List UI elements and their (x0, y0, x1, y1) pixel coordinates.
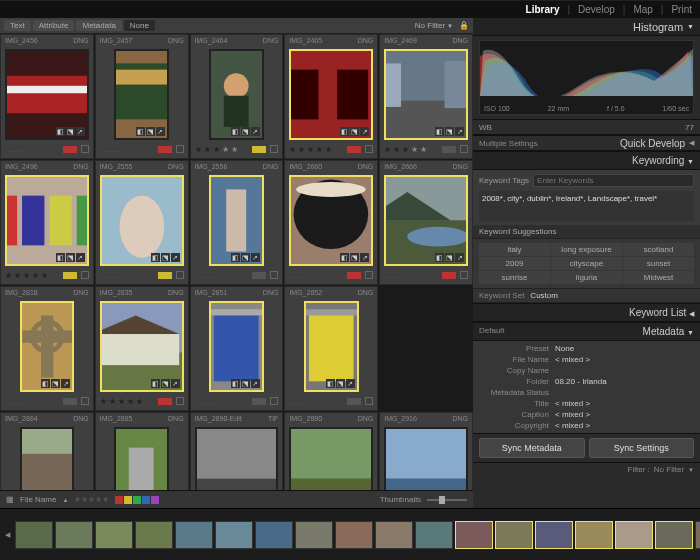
filmstrip-thumb[interactable] (615, 521, 653, 549)
flag-icon[interactable] (176, 397, 184, 405)
keyword-suggestion[interactable]: 2009 (479, 257, 550, 270)
chevron-down-icon[interactable]: ▼ (447, 23, 453, 29)
flag-icon[interactable] (270, 397, 278, 405)
color-label[interactable] (442, 272, 456, 279)
color-label[interactable] (63, 272, 77, 279)
preset-dropdown[interactable]: None (555, 344, 694, 353)
color-label[interactable] (158, 398, 172, 405)
thumbnail[interactable]: ◧⬔↗ (114, 427, 168, 490)
metadata-value[interactable]: < mixed > (555, 355, 694, 364)
metadata-value[interactable]: < mixed > (555, 410, 694, 419)
module-print[interactable]: Print (671, 4, 692, 15)
thumbnail[interactable]: ◧⬔↗ (304, 301, 358, 392)
keyword-suggestion[interactable]: sunset (623, 257, 694, 270)
view-mode-dropdown[interactable]: Thumbnails (380, 495, 421, 504)
thumbnail[interactable]: ◧⬔↗ (5, 49, 89, 140)
thumbnail[interactable]: ◧⬔↗ (100, 175, 184, 266)
filmstrip-nav-icon[interactable]: ◀ (2, 531, 13, 539)
keyword-suggestion[interactable]: sunrise (479, 271, 550, 284)
keyword-suggestion[interactable]: scotland (623, 243, 694, 256)
histogram-header[interactable]: Histogram▼ (473, 18, 700, 36)
lock-icon[interactable]: 🔒 (459, 21, 469, 30)
thumbnail[interactable]: ◧⬔↗ (209, 175, 263, 266)
thumbnail[interactable]: ◧⬔↗ (289, 175, 373, 266)
metadata-header[interactable]: DefaultMetadata ▼ (473, 322, 700, 341)
color-label[interactable] (347, 146, 361, 153)
flag-icon[interactable] (81, 397, 89, 405)
module-library[interactable]: Library (526, 4, 560, 15)
flag-icon[interactable] (176, 271, 184, 279)
color-label[interactable] (252, 146, 266, 153)
filmstrip-thumb[interactable] (15, 521, 53, 549)
quick-develop-header[interactable]: Multiple SettingsQuick Develop◀ (473, 135, 700, 151)
color-label[interactable] (442, 146, 456, 153)
filmstrip-thumb[interactable] (55, 521, 93, 549)
metadata-value[interactable] (555, 388, 694, 397)
filmstrip-thumb[interactable] (495, 521, 533, 549)
thumbnail[interactable]: ◧⬔↗ (20, 301, 74, 392)
module-develop[interactable]: Develop (578, 4, 615, 15)
sort-label[interactable]: File Name (20, 495, 56, 504)
grid-cell[interactable]: IMG_2835DNG ◧⬔↗ ★★★★★ (95, 286, 189, 411)
flag-icon[interactable] (365, 397, 373, 405)
filmstrip-thumb[interactable] (135, 521, 173, 549)
filmstrip-thumb[interactable] (415, 521, 453, 549)
flag-icon[interactable] (81, 145, 89, 153)
color-label[interactable] (63, 398, 77, 405)
sync-metadata-button[interactable]: Sync Metadata (479, 438, 585, 458)
grid-cell[interactable]: IMG_2851DNG ◧⬔↗ . . . . . (190, 286, 284, 411)
keyword-suggestion[interactable]: Midwest (623, 271, 694, 284)
keyword-input[interactable] (533, 174, 694, 187)
grid-cell[interactable]: IMG_2666DNG ◧⬔↗ . . . . . (379, 160, 473, 285)
thumbnail[interactable]: ◧⬔↗ (289, 427, 373, 490)
filmstrip-filter[interactable]: Filter :No Filter▼ (473, 462, 700, 476)
flag-icon[interactable] (460, 145, 468, 153)
keyword-suggestion[interactable]: cityscape (551, 257, 622, 270)
filter-none[interactable]: None (124, 20, 155, 31)
metadata-value[interactable]: < mixed > (555, 421, 694, 430)
filmstrip-thumb[interactable] (695, 521, 700, 549)
thumbnail[interactable]: ◧⬔↗ (20, 427, 74, 490)
metadata-value[interactable]: 08.20 - Irlanda (555, 377, 694, 386)
color-label[interactable] (252, 272, 266, 279)
grid-cell[interactable]: IMG_2464DNG ◧⬔↗ ★★★★★ (190, 34, 284, 159)
keyword-suggestion[interactable]: liguria (551, 271, 622, 284)
metadata-value[interactable] (555, 366, 694, 375)
thumbnail[interactable]: ◧⬔↗ (289, 49, 373, 140)
filter-metadata[interactable]: Metadata (76, 20, 121, 31)
flag-icon[interactable] (176, 145, 184, 153)
grid-cell[interactable]: IMG_2660DNG ◧⬔↗ . . . . . (284, 160, 378, 285)
thumb-size-slider[interactable] (427, 499, 467, 501)
color-label[interactable] (252, 398, 266, 405)
filmstrip-thumb[interactable] (575, 521, 613, 549)
filmstrip-thumb[interactable] (95, 521, 133, 549)
filmstrip-thumb[interactable] (215, 521, 253, 549)
filmstrip-thumb[interactable] (175, 521, 213, 549)
filmstrip[interactable]: ◀ (0, 508, 700, 560)
thumbnail[interactable]: ◧⬔↗ (195, 427, 279, 490)
flag-icon[interactable] (365, 271, 373, 279)
grid-cell[interactable]: IMG_2890-EditTIF ◧⬔↗ . . . . . (190, 412, 284, 490)
sync-settings-button[interactable]: Sync Settings (589, 438, 695, 458)
keyword-suggestion[interactable]: italy (479, 243, 550, 256)
grid-cell[interactable]: IMG_2555DNG ◧⬔↗ . . . . . (95, 160, 189, 285)
filmstrip-thumb[interactable] (255, 521, 293, 549)
filmstrip-thumb[interactable] (295, 521, 333, 549)
color-filter[interactable] (115, 496, 159, 504)
grid-cell[interactable]: IMG_2885DNG ◧⬔↗ . . . . . (95, 412, 189, 490)
keyword-list-header[interactable]: Keyword List ◀ (473, 303, 700, 322)
thumbnail[interactable]: ◧⬔↗ (384, 175, 468, 266)
no-filter-dropdown[interactable]: No Filter (415, 21, 445, 30)
grid-cell[interactable]: IMG_2890DNG ◧⬔↗ . . . . . (284, 412, 378, 490)
grid-cell[interactable]: IMG_2852DNG ◧⬔↗ . . . . . (284, 286, 378, 411)
keyword-set-row[interactable]: Keyword SetCustom (473, 288, 700, 303)
thumbnail[interactable]: ◧⬔↗ (5, 175, 89, 266)
filmstrip-thumb[interactable] (535, 521, 573, 549)
thumbnail[interactable]: ◧⬔↗ (100, 301, 184, 392)
grid-cell[interactable]: IMG_2469DNG ◧⬔↗ ★★★★★ (379, 34, 473, 159)
color-label[interactable] (158, 146, 172, 153)
flag-icon[interactable] (270, 271, 278, 279)
histogram[interactable]: ISO 100 22 mm f / 5.6 1/60 sec (479, 40, 694, 115)
filmstrip-thumb[interactable] (655, 521, 693, 549)
grid-cell[interactable]: IMG_2916DNG ◧⬔↗ . . . . . (379, 412, 473, 490)
